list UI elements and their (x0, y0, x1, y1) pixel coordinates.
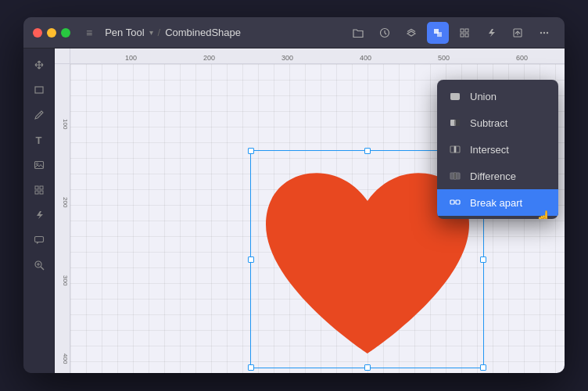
ruler-v-300: 300 (62, 275, 69, 285)
menu-item-difference[interactable]: Difference (437, 163, 558, 189)
maximize-button[interactable] (61, 28, 70, 38)
comment-tool[interactable] (27, 228, 51, 252)
svg-rect-21 (40, 191, 43, 194)
breadcrumb: Pen Tool ▾ / CombinedShape (105, 27, 241, 38)
lightning-tool[interactable] (27, 203, 51, 227)
menu-item-difference-label: Difference (470, 170, 516, 182)
svg-line-15 (40, 113, 41, 114)
shape-name: CombinedShape (165, 27, 241, 38)
ruler-corner (55, 48, 70, 64)
ruler-vertical: 100 200 300 400 (55, 64, 70, 373)
shape-ops-button[interactable] (427, 22, 449, 44)
svg-rect-37 (450, 200, 454, 204)
svg-point-11 (540, 31, 542, 33)
svg-rect-18 (35, 186, 38, 189)
move-tool[interactable] (27, 53, 51, 77)
export-button[interactable] (507, 22, 529, 44)
cursor-indicator: ☝ (535, 210, 552, 219)
ruler-h-500: 500 (438, 54, 450, 62)
menu-item-intersect-label: Intersect (470, 144, 509, 156)
ruler-h-300: 300 (281, 54, 293, 62)
svg-point-12 (543, 31, 545, 33)
svg-rect-36 (454, 173, 456, 179)
svg-point-17 (36, 163, 38, 164)
ruler-v-200: 200 (62, 197, 69, 207)
svg-rect-14 (35, 87, 43, 93)
svg-rect-22 (34, 237, 43, 242)
svg-rect-16 (34, 162, 43, 169)
subtract-icon (448, 116, 462, 130)
svg-rect-4 (437, 32, 442, 37)
menu-icon[interactable]: ≡ (86, 27, 92, 39)
intersect-icon (448, 142, 462, 156)
zoom-tool[interactable] (27, 253, 51, 277)
toolbar-icons (347, 22, 555, 44)
svg-rect-38 (456, 200, 460, 204)
svg-rect-30 (454, 120, 460, 126)
break-apart-icon (448, 196, 462, 210)
union-icon (448, 89, 462, 103)
menu-item-union[interactable]: Union (437, 83, 558, 109)
menu-item-intersect[interactable]: Intersect (437, 136, 558, 163)
menu-item-break-apart[interactable]: Break apart ☝ (437, 189, 558, 216)
ruler-horizontal: 100 200 300 400 500 600 700 (70, 48, 565, 64)
ruler-h-200: 200 (203, 54, 215, 62)
more-button[interactable] (533, 22, 555, 44)
ruler-h-100: 100 (125, 54, 137, 62)
grid-button[interactable] (454, 22, 475, 44)
lightning-button[interactable] (480, 22, 502, 44)
minimize-button[interactable] (47, 28, 56, 38)
svg-rect-8 (465, 34, 468, 37)
symbol-tool[interactable] (27, 178, 51, 202)
ruler-h-400: 400 (360, 54, 371, 62)
menu-item-break-apart-label: Break apart (470, 197, 522, 209)
breadcrumb-separator: / (158, 27, 161, 38)
difference-icon (448, 169, 462, 183)
text-tool[interactable]: T (27, 128, 51, 152)
ruler-h-600: 600 (516, 54, 528, 62)
folder-button[interactable] (347, 22, 369, 44)
svg-rect-20 (35, 191, 38, 194)
titlebar: ≡ Pen Tool ▾ / CombinedShape (23, 17, 565, 48)
canvas-area[interactable]: 100 200 300 400 500 600 700 100 200 300 … (55, 48, 565, 373)
close-button[interactable] (33, 28, 42, 38)
traffic-lights (33, 28, 70, 38)
rectangle-tool[interactable] (27, 78, 51, 102)
pen-tool[interactable] (27, 103, 51, 127)
layers-button[interactable] (400, 22, 422, 44)
ruler-v-400: 400 (62, 353, 69, 364)
left-toolbar: T (23, 48, 55, 373)
main-content: T (23, 48, 565, 373)
menu-item-subtract-label: Subtract (470, 117, 507, 129)
menu-item-union-label: Union (470, 91, 497, 102)
svg-rect-5 (461, 29, 464, 32)
image-tool[interactable] (27, 153, 51, 177)
svg-rect-7 (461, 34, 464, 37)
cloud-button[interactable] (374, 22, 396, 44)
menu-item-subtract[interactable]: Subtract (437, 109, 558, 136)
tool-name[interactable]: Pen Tool (105, 27, 144, 38)
svg-rect-33 (454, 146, 456, 152)
shape-ops-dropdown: Union Subtract (437, 80, 558, 219)
svg-rect-19 (40, 186, 43, 189)
ruler-v-100: 100 (62, 119, 69, 129)
main-window: ≡ Pen Tool ▾ / CombinedShape (23, 17, 565, 373)
svg-point-13 (547, 31, 548, 33)
svg-line-2 (385, 33, 386, 34)
svg-line-24 (41, 267, 44, 270)
svg-rect-6 (465, 29, 468, 32)
tool-dropdown-icon[interactable]: ▾ (149, 28, 153, 37)
